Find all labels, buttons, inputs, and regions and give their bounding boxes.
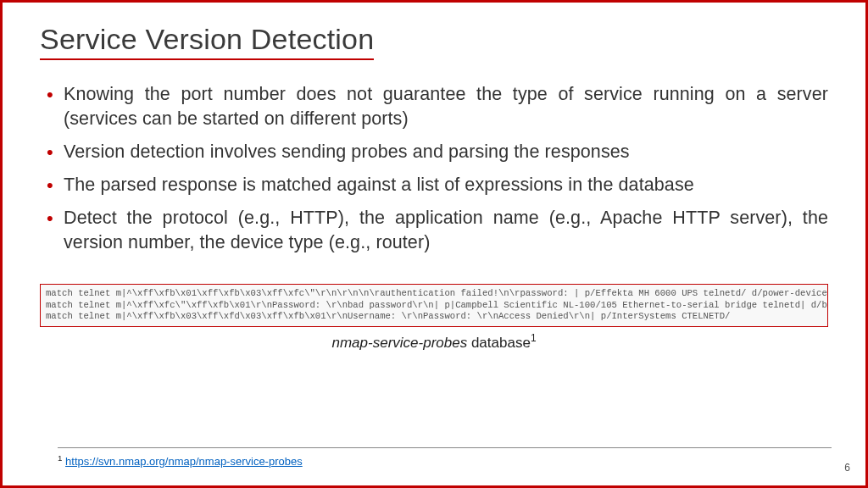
list-item: Knowing the port number does not guarant… — [43, 82, 828, 131]
code-block: match telnet m|^\xff\xfb\x01\xff\xfb\x03… — [40, 284, 828, 327]
caption-superscript: 1 — [531, 332, 537, 344]
list-item: Detect the protocol (e.g., HTTP), the ap… — [43, 206, 828, 255]
page-number: 6 — [844, 462, 850, 474]
code-caption: nmap-service-probes database1 — [40, 332, 828, 352]
code-line: match telnet m|^\xff\xfb\x01\xff\xfb\x03… — [46, 288, 828, 298]
footnote: 1 https://svn.nmap.org/nmap/nmap-service… — [58, 453, 303, 468]
code-line: match telnet m|^\xff\xfb\x03\xff\xfd\x03… — [46, 311, 730, 321]
list-item: The parsed response is matched against a… — [43, 173, 828, 197]
footnote-link[interactable]: https://svn.nmap.org/nmap/nmap-service-p… — [65, 455, 303, 468]
bullet-list: Knowing the port number does not guarant… — [40, 82, 828, 255]
footnote-separator — [58, 447, 832, 448]
list-item: Version detection involves sending probe… — [43, 140, 828, 164]
footnote-superscript: 1 — [58, 453, 62, 463]
slide: Service Version Detection Knowing the po… — [0, 0, 868, 488]
caption-emphasis: nmap-service-probes — [332, 334, 468, 350]
code-line: match telnet m|^\xff\xfc\"\xff\xfb\x01\r… — [46, 300, 828, 310]
page-title: Service Version Detection — [40, 23, 374, 60]
caption-text: database — [467, 334, 531, 350]
